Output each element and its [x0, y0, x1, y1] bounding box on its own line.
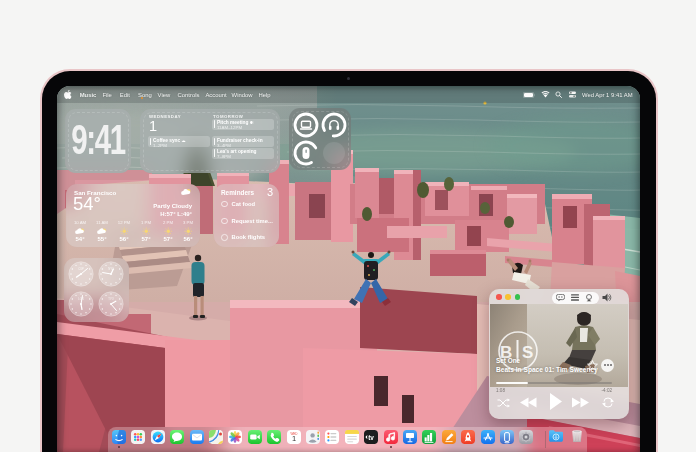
svg-text:CUP: CUP [78, 267, 84, 271]
svg-text:S: S [522, 343, 533, 362]
svg-text:TYO: TYO [108, 297, 113, 301]
svg-text:tv: tv [368, 433, 374, 440]
svg-text:LON: LON [78, 297, 83, 301]
svg-text:1: 1 [292, 434, 296, 443]
